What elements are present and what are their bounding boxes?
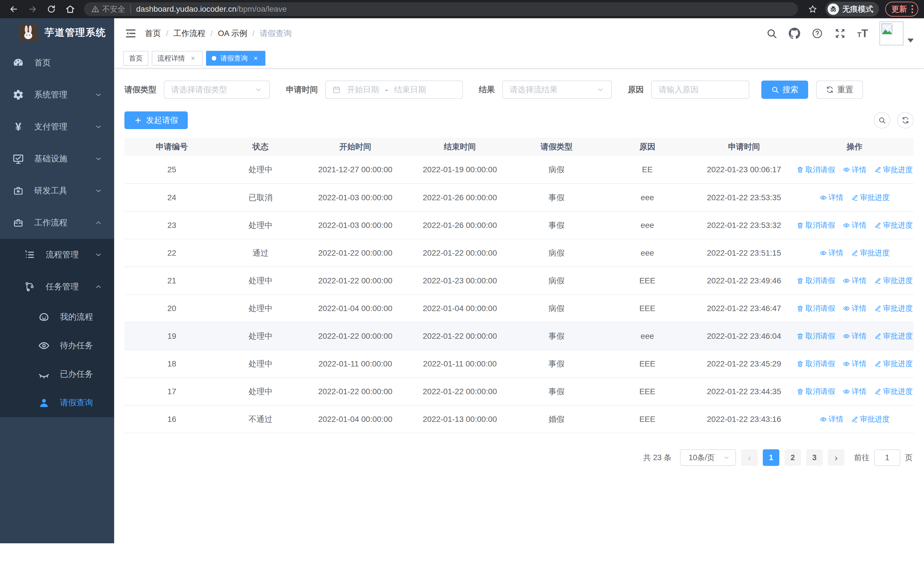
- chevron-down-icon: [723, 454, 730, 461]
- breadcrumb-item[interactable]: 工作流程: [174, 28, 206, 39]
- progress-action-link[interactable]: 审批进度: [874, 303, 913, 313]
- github-icon[interactable]: [789, 28, 800, 39]
- reset-button[interactable]: 重置: [816, 81, 863, 99]
- sidebar-item-流程管理[interactable]: 流程管理: [0, 239, 114, 271]
- sidebar-item-支付管理[interactable]: ¥支付管理: [0, 111, 114, 143]
- detail-action-link[interactable]: 详情: [843, 331, 867, 341]
- list-icon: [23, 248, 36, 261]
- progress-action-link[interactable]: 审批进度: [874, 220, 913, 230]
- page-button-2[interactable]: 2: [784, 449, 801, 466]
- cancel-action-link[interactable]: 取消请假: [796, 303, 835, 313]
- page-size-select[interactable]: 10条/页: [680, 449, 736, 466]
- tab-首页[interactable]: 首页: [123, 51, 148, 66]
- cell-reason: EEE: [602, 267, 693, 295]
- breadcrumb-item[interactable]: 首页: [145, 28, 161, 39]
- close-icon[interactable]: ×: [252, 54, 260, 62]
- goto-page-input[interactable]: [874, 449, 900, 466]
- tab-请假查询[interactable]: 请假查询×: [206, 51, 266, 66]
- leave-type-select[interactable]: 请选择请假类型: [164, 81, 270, 99]
- sidebar-item-请假查询[interactable]: 请假查询: [0, 388, 114, 417]
- progress-action-link[interactable]: 审批进度: [851, 248, 890, 258]
- tab-流程详情[interactable]: 流程详情×: [152, 51, 202, 66]
- cell-reason: eee: [602, 322, 693, 350]
- cancel-action-link[interactable]: 取消请假: [796, 276, 835, 286]
- create-leave-button[interactable]: 发起请假: [124, 111, 188, 129]
- cell-start: 2022-01-04 00:00:00: [302, 295, 408, 322]
- cancel-action-link[interactable]: 取消请假: [796, 387, 835, 397]
- progress-action-link[interactable]: 审批进度: [874, 359, 913, 369]
- progress-action-link[interactable]: 审批进度: [874, 165, 913, 175]
- sidebar-item-首页[interactable]: 首页: [0, 47, 114, 79]
- header-search-icon[interactable]: [766, 28, 777, 39]
- sidebar-collapse-icon[interactable]: [124, 27, 137, 40]
- detail-action-link[interactable]: 详情: [843, 220, 867, 230]
- search-button[interactable]: 搜索: [761, 81, 808, 99]
- font-size-icon[interactable]: TT: [857, 27, 868, 40]
- sidebar-item-任务管理[interactable]: 任务管理: [0, 271, 114, 303]
- detail-action-link[interactable]: 详情: [843, 276, 867, 286]
- url-bar[interactable]: 不安全 dashboard.yudao.iocoder.cn /bpm/oa/l…: [84, 2, 798, 16]
- next-page-button[interactable]: ›: [828, 449, 844, 466]
- cancel-action-link[interactable]: 取消请假: [796, 220, 835, 230]
- page-button-3[interactable]: 3: [806, 449, 823, 466]
- action-label: 审批进度: [883, 303, 913, 313]
- browser-menu-icon[interactable]: [912, 5, 913, 13]
- toggle-search-button[interactable]: [874, 112, 890, 129]
- progress-action-link[interactable]: 审批进度: [851, 414, 890, 424]
- user-menu[interactable]: [879, 21, 914, 45]
- cell-status: 通过: [219, 239, 302, 267]
- cell-end: 2022-01-26 00:00:00: [409, 183, 512, 211]
- sidebar-item-我的流程[interactable]: 我的流程: [0, 303, 114, 331]
- cancel-action-link[interactable]: 取消请假: [796, 359, 835, 369]
- chevron-down-icon: [94, 123, 103, 131]
- cell-status: 处理中: [219, 350, 302, 378]
- fullscreen-icon[interactable]: [834, 28, 846, 39]
- browser-update-button[interactable]: 更新: [885, 2, 918, 17]
- trash-icon: [796, 166, 804, 173]
- browser-reload-icon[interactable]: [44, 1, 59, 17]
- progress-action-link[interactable]: 审批进度: [851, 193, 890, 203]
- progress-action-link[interactable]: 审批进度: [874, 331, 913, 341]
- cell-start: 2022-01-11 00:00:00: [302, 350, 408, 378]
- sidebar-item-label: 首页: [34, 57, 103, 69]
- browser-back-icon[interactable]: [6, 1, 22, 17]
- refresh-table-button[interactable]: [897, 112, 914, 129]
- cell-applied: 2022-01-22 23:46:04: [693, 322, 795, 350]
- prev-page-button[interactable]: ‹: [741, 449, 758, 466]
- result-select[interactable]: 请选择流结果: [502, 81, 612, 99]
- sidebar-item-基础设施[interactable]: 基础设施: [0, 143, 114, 175]
- site-security-warning[interactable]: 不安全: [92, 4, 125, 14]
- sidebar-item-研发工具[interactable]: 研发工具: [0, 175, 114, 207]
- face-icon: [38, 311, 50, 323]
- help-icon[interactable]: [812, 28, 823, 39]
- detail-action-link[interactable]: 详情: [843, 387, 867, 397]
- sidebar-item-待办任务[interactable]: 待办任务: [0, 331, 114, 360]
- progress-action-link[interactable]: 审批进度: [874, 387, 913, 397]
- browser-forward-icon[interactable]: [24, 1, 40, 17]
- cancel-action-link[interactable]: 取消请假: [796, 165, 835, 175]
- detail-action-link[interactable]: 详情: [843, 359, 867, 369]
- cell-end: 2022-01-04 00:00:00: [409, 295, 512, 322]
- reason-input[interactable]: [651, 81, 749, 99]
- detail-action-link[interactable]: 详情: [843, 303, 867, 313]
- detail-action-link[interactable]: 详情: [819, 193, 843, 203]
- browser-home-icon[interactable]: [62, 1, 78, 17]
- close-icon[interactable]: ×: [189, 54, 197, 62]
- app-logo-row[interactable]: 芋道管理系统: [0, 18, 114, 47]
- page-button-1[interactable]: 1: [763, 449, 779, 466]
- edit-icon: [851, 250, 858, 257]
- sidebar-item-工作流程[interactable]: 工作流程: [0, 207, 114, 239]
- detail-action-link[interactable]: 详情: [819, 414, 843, 424]
- detail-action-link[interactable]: 详情: [819, 248, 843, 258]
- sidebar-item-系统管理[interactable]: 系统管理: [0, 79, 114, 111]
- cell-id: 19: [124, 322, 219, 350]
- apply-time-range-picker[interactable]: 开始日期 - 结束日期: [325, 81, 463, 99]
- sidebar-item-已办任务[interactable]: 已办任务: [0, 360, 114, 388]
- progress-action-link[interactable]: 审批进度: [874, 276, 913, 286]
- detail-action-link[interactable]: 详情: [843, 165, 867, 175]
- cell-start: 2022-01-03 00:00:00: [302, 211, 408, 239]
- cancel-action-link[interactable]: 取消请假: [796, 331, 835, 341]
- bookmark-star-icon[interactable]: [805, 1, 821, 17]
- breadcrumb-item[interactable]: OA 示例: [218, 28, 248, 39]
- cell-actions: 详情审批进度: [795, 239, 914, 267]
